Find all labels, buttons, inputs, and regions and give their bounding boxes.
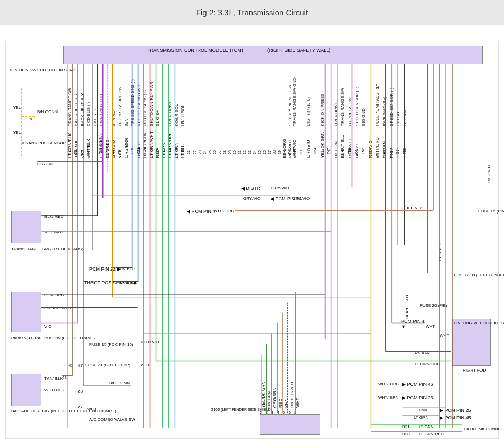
pin-signal: FUEL PUMP/ASD RLY xyxy=(375,84,380,126)
dkblu-wht: DK BLU/ WHT xyxy=(44,306,68,310)
pin-signal: TRANS RANGE SW xyxy=(67,88,72,126)
pin-number: 38 xyxy=(272,150,276,154)
pin-number: 27 xyxy=(218,150,222,154)
pin-number: 23 xyxy=(198,150,202,154)
tcm-side-note: (RIGHT SIDE SAFETY WALL) xyxy=(267,48,330,53)
pin-number: F15 xyxy=(130,148,134,154)
blk-red: BLK/ RED xyxy=(44,214,60,219)
pin-number: D2 xyxy=(86,150,90,154)
figure-title: Fig 2: 3.3L, Transmission Circuit xyxy=(196,8,308,17)
pin-number: T20 xyxy=(180,148,184,154)
bottom-vert: WHT xyxy=(295,398,300,408)
pin-number: 29 xyxy=(228,150,232,154)
pin-number: T9 xyxy=(118,150,121,154)
pin-signals: TRANS RANGE SWBACK-UP LT RLYBACK-UP LT R… xyxy=(63,64,483,132)
ltgrn2: LT GRN xyxy=(419,424,434,429)
pin-signal: KICK-ON PRESS xyxy=(320,93,325,126)
wht3: WHT xyxy=(87,407,97,411)
pin-signal: STR RLY xyxy=(111,109,116,126)
pin-number: (3.3 & 3.8L) xyxy=(99,134,102,154)
pin-number: 28 xyxy=(223,150,226,154)
bh-conn2: B/H CONN xyxy=(109,380,130,385)
pin-signal: TRANS RANGE SW xyxy=(340,88,345,126)
pin-number: T41 xyxy=(288,148,291,154)
pin-number: Z14 xyxy=(368,148,372,154)
pcm46: ▶ PCM PIN 46 xyxy=(402,382,433,387)
pin-number: 26 xyxy=(213,150,216,154)
gry-vio-label: GRY/ VIO xyxy=(37,162,53,166)
pin-signal: LR/LU SOL xyxy=(180,105,185,126)
pin-number: T17 xyxy=(162,148,165,154)
d21: D21 xyxy=(402,424,410,429)
pin-number: T47 xyxy=(327,148,330,154)
pin-signal: SPEED SENSOR (-) xyxy=(389,88,394,126)
blk: ─── BLK xyxy=(444,273,462,277)
pin-signal: CCD BUS (-) xyxy=(86,102,91,126)
pcm22: PCM PIN 22 ▶ xyxy=(89,266,118,272)
pin-number: 30 xyxy=(233,150,236,154)
fuse15: FUSE 15 (PDC PIN 16) xyxy=(89,342,129,347)
pin-signal: LR PRESS SW xyxy=(348,97,352,126)
dkblu2: DK BLU xyxy=(120,280,135,285)
pin-signal: VEH SPD SENS GND xyxy=(136,85,141,126)
ltgrn-org: LT GRN/ORG xyxy=(415,362,440,366)
bottom-vert: YEL/DK GRN xyxy=(261,382,266,408)
pin-number: T1 xyxy=(67,150,71,154)
throt: THROT POS SENSOR ▶ xyxy=(84,280,118,285)
yel-label-2: YEL xyxy=(13,130,21,135)
pcm4: PCM PIN 4▼ xyxy=(401,319,417,329)
whtbrn: WHT/ BRN xyxy=(378,395,394,400)
wht2: WHT xyxy=(141,363,150,367)
pin-number: T59 xyxy=(403,148,406,154)
bh-conn-label: B/H CONN xyxy=(37,109,58,114)
pin-number: T49 xyxy=(340,148,344,154)
pin-number: T52 xyxy=(361,148,365,154)
pin-signal: IGN xyxy=(124,119,129,126)
pin-signal: PWR GND (3.0L) xyxy=(99,94,104,126)
pin-signal: SHUTDOWN RLY PWR xyxy=(149,82,154,126)
wht: WHT xyxy=(426,324,435,329)
pin-signal: OUTPUT SENS (+) xyxy=(143,90,147,126)
pin-number: (3.0L) xyxy=(105,144,109,155)
ltgrn: LT GRN xyxy=(414,415,429,420)
gry-vio-2: GRY/VIO xyxy=(243,196,260,201)
pin-signal: KO/LR SOL xyxy=(174,104,179,126)
pcm45: ▶ PCM PIN 45 xyxy=(440,415,471,420)
pin-number: 21 xyxy=(187,150,190,154)
pin-number: T18 xyxy=(168,148,171,154)
pin-number: T42 xyxy=(292,148,296,154)
pcm24: ◀ PCM PIN 24 xyxy=(270,196,285,201)
pin-signal: SPEED SENSOR (+) xyxy=(354,87,359,126)
pnk: PNK xyxy=(419,408,427,412)
datalink: DATA LINK CONNECTER xyxy=(464,427,495,431)
p47: 47 xyxy=(78,363,83,368)
vio-pn: VIO xyxy=(44,324,52,329)
pin-signal: O/D SOL xyxy=(403,109,407,126)
figure-title-bar: Fig 2: 3.3L, Transmission Circuit xyxy=(0,0,504,25)
park-neutral-label: PARK/NEUTRAL POS SW (FRT OF TRANS) xyxy=(11,335,58,340)
blk-red-v: BLK/RED xyxy=(438,242,442,261)
wht-org: WHT/ORG xyxy=(214,209,234,214)
pin-number: 33 xyxy=(248,150,251,154)
p43: 43 xyxy=(62,375,67,380)
ignition-label: IGNITION SWITCH (HOT IN START) xyxy=(10,68,36,72)
pin-number: K22 xyxy=(136,148,140,154)
pin-signal: U/D SOL xyxy=(396,109,400,126)
wht-b: WHT xyxy=(440,333,449,338)
redvio2: RED/ VIO xyxy=(141,340,154,344)
wiring-diagram: TRANSMISSION CONTROL MODULE (TCM) (RIGHT… xyxy=(5,41,499,439)
dkblu3: DK BLU xyxy=(415,350,430,355)
g100b: G100 (LEFT FENDER SIDE SHIELD) xyxy=(211,408,237,411)
pin-number: K4 xyxy=(354,150,358,154)
pin-number: 31 xyxy=(238,150,242,154)
pin-number: G7 xyxy=(396,149,399,154)
fuse20b: FUSE 20 (F/B LEFT I/P) xyxy=(85,363,130,367)
p41: 41 xyxy=(68,363,73,368)
pin-number: K24 xyxy=(313,148,317,154)
p27: 27 xyxy=(78,405,83,409)
pin-signal: SIG GND xyxy=(361,108,366,126)
trans-range-sw-box xyxy=(11,211,41,243)
backup-label: BACK-UP LT RELAY (IN PDC, LEFT FRT ENG C… xyxy=(11,409,58,413)
pin-signal: TRANS RANGE SW GND xyxy=(292,77,297,126)
pin-signal: BACK-UP LT RLY xyxy=(74,93,78,126)
